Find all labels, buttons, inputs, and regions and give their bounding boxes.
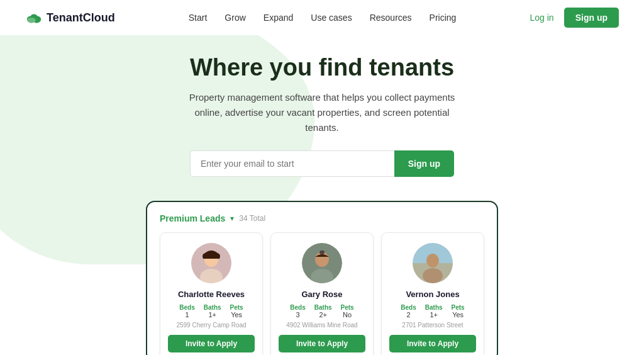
nav-grow[interactable]: Grow [225, 13, 245, 23]
invite-button-2[interactable]: Invite to Apply [389, 335, 476, 352]
dropdown-icon[interactable]: ▾ [230, 214, 234, 223]
svg-point-14 [423, 268, 443, 283]
nav-resources[interactable]: Resources [370, 13, 412, 23]
attr-pets-0: Pets Yes [230, 304, 243, 318]
hero-heading: Where you find tenants [13, 54, 631, 81]
tenant-card-2: Vernon Jones Beds 2 Baths 1+ Pets Yes [381, 232, 484, 355]
tenant-card-0: Charlotte Reeves Beds 1 Baths 1+ Pets Ye… [160, 232, 263, 355]
tenant-attrs-0: Beds 1 Baths 1+ Pets Yes [168, 304, 255, 318]
nav-expand[interactable]: Expand [264, 13, 293, 23]
svg-point-13 [426, 254, 439, 268]
tenant-address-2: 2701 Patterson Street [389, 322, 476, 329]
signup-nav-button[interactable]: Sign up [564, 8, 619, 28]
navigation: TenantCloud Start Grow Expand Use cases … [0, 0, 644, 35]
tenant-card-1: Gary Rose Beds 3 Baths 2+ Pets No 49 [270, 232, 374, 355]
svg-point-3 [27, 18, 36, 23]
tenant-name-0: Charlotte Reeves [168, 290, 255, 299]
email-form: Sign up [190, 150, 454, 177]
tenant-attrs-1: Beds 3 Baths 2+ Pets No [279, 304, 365, 318]
attr-baths-0: Baths 1+ [204, 304, 221, 318]
attr-baths-2: Baths 1+ [425, 304, 443, 318]
tenant-name-1: Gary Rose [279, 290, 365, 299]
nav-right: Log in Sign up [530, 8, 619, 28]
avatar-0 [191, 243, 231, 283]
dashboard-header: Premium Leads ▾ 34 Total [160, 213, 484, 223]
dashboard-card: Premium Leads ▾ 34 Total Charlotte Reeve… [146, 201, 498, 355]
hero-subtext: Property management software that helps … [184, 90, 460, 135]
attr-pets-1: Pets No [341, 304, 354, 318]
total-count: 34 Total [239, 214, 265, 223]
avatar-2 [413, 243, 453, 283]
logo-icon [25, 11, 43, 24]
tenant-name-2: Vernon Jones [389, 290, 476, 299]
logo-text: TenantCloud [47, 11, 115, 25]
tenant-attrs-2: Beds 2 Baths 1+ Pets Yes [389, 304, 476, 318]
dashboard-mockup: Premium Leads ▾ 34 Total Charlotte Reeve… [0, 201, 644, 355]
premium-leads-label: Premium Leads [160, 213, 225, 223]
nav-start[interactable]: Start [189, 13, 208, 23]
tenant-address-1: 4902 Williams Mine Road [279, 322, 365, 329]
attr-baths-1: Baths 2+ [314, 304, 332, 318]
signup-hero-button[interactable]: Sign up [394, 150, 454, 177]
hero-section: Where you find tenants Property manageme… [0, 35, 644, 189]
attr-beds-0: Beds 1 [179, 304, 194, 318]
nav-links: Start Grow Expand Use cases Resources Pr… [189, 12, 457, 23]
avatar-1 [302, 243, 342, 283]
login-button[interactable]: Log in [530, 13, 554, 23]
email-input[interactable] [190, 150, 394, 177]
nav-use-cases[interactable]: Use cases [311, 13, 352, 23]
attr-beds-2: Beds 2 [401, 304, 416, 318]
tenant-cards: Charlotte Reeves Beds 1 Baths 1+ Pets Ye… [160, 232, 484, 355]
invite-button-1[interactable]: Invite to Apply [279, 335, 365, 352]
attr-pets-2: Pets Yes [452, 304, 465, 318]
tenant-address-0: 2599 Cherry Camp Road [168, 322, 255, 329]
invite-button-0[interactable]: Invite to Apply [168, 335, 255, 352]
logo: TenantCloud [25, 11, 115, 25]
nav-pricing[interactable]: Pricing [430, 13, 457, 23]
attr-beds-1: Beds 3 [290, 304, 305, 318]
svg-rect-10 [319, 251, 325, 254]
